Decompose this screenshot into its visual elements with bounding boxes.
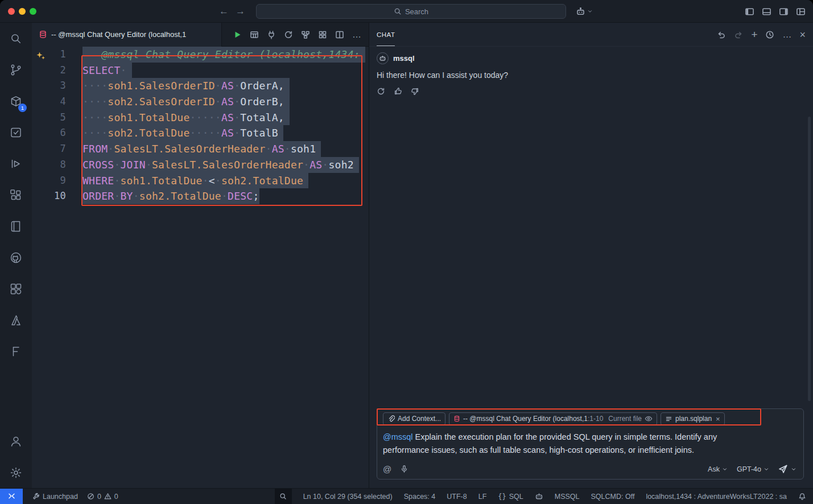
activity-badge: 1 (18, 104, 27, 112)
activity-containers[interactable]: 1 (0, 85, 32, 117)
new-chat-button[interactable]: + (751, 30, 757, 39)
send-button[interactable] (778, 464, 797, 474)
code-line[interactable]: 4····soh2.SalesOrderID·AS·OrderB, (32, 94, 369, 110)
results-grid-button[interactable] (247, 27, 262, 42)
code-line[interactable]: 2SELECT· (32, 63, 369, 79)
redo-icon[interactable] (734, 30, 743, 39)
thumbs-up-icon[interactable] (394, 87, 402, 96)
code-line[interactable]: 8CROSS·JOIN·SalesLT.SalesOrderHeader·AS·… (32, 157, 369, 173)
toggle-primary-sidebar-icon[interactable] (745, 7, 754, 16)
activity-accounts[interactable] (0, 425, 32, 457)
copilot-menu-button[interactable] (576, 5, 593, 18)
microphone-icon[interactable] (400, 465, 408, 473)
warning-icon (104, 493, 112, 500)
github-icon (9, 251, 23, 265)
remove-context-button[interactable]: × (716, 415, 720, 423)
chat-scrollbar[interactable] (808, 117, 811, 401)
chat-panel-title[interactable]: CHAT (377, 31, 395, 38)
code-line[interactable]: 7FROM·SalesLT.SalesOrderHeader·AS·soh1 (32, 141, 369, 157)
statusbar-language[interactable]: {}SQL (498, 493, 523, 501)
statusbar-eol[interactable]: LF (478, 493, 487, 501)
mention-button[interactable]: @ (383, 464, 391, 474)
chat-input-container[interactable]: Add Context... -- @mssql Chat Query Edit… (377, 408, 804, 480)
error-icon (87, 493, 94, 500)
send-icon (778, 464, 788, 474)
line-number: 8 (32, 157, 66, 173)
code-line[interactable]: 5····soh1.TotalDue·····AS·TotalA, (32, 110, 369, 126)
activity-extensions[interactable] (0, 179, 32, 210)
maximize-window-button[interactable] (30, 8, 36, 15)
eye-icon[interactable] (645, 415, 653, 423)
minimize-window-button[interactable] (19, 8, 26, 15)
copilot-sparkle-icon[interactable] (36, 51, 46, 60)
activity-tasks[interactable] (0, 117, 32, 148)
chevron-down-icon[interactable] (791, 466, 797, 472)
mssql-database-icon (453, 415, 460, 422)
statusbar-cursor-position[interactable]: Ln 10, Col 29 (354 selected) (303, 493, 393, 501)
code-line[interactable]: 9WHERE·soh1.TotalDue·<·soh2.TotalDue (32, 173, 369, 189)
remote-indicator[interactable] (0, 489, 23, 504)
code-line[interactable]: 6····soh2.TotalDue·····AS·TotalB (32, 125, 369, 141)
code-editor[interactable]: 1-- @mssql Chat Query Editor (localhost,… (32, 47, 369, 488)
mssql-mention[interactable]: @mssql (383, 432, 413, 441)
context-chip-current-file[interactable]: -- @mssql Chat Query Editor (localhost,1… (449, 412, 657, 425)
activity-components[interactable] (0, 273, 32, 304)
magnifier-icon (279, 493, 287, 500)
go-forward-button[interactable]: → (236, 6, 245, 17)
command-center-search[interactable]: Search (256, 4, 566, 19)
activity-database-projects[interactable] (0, 336, 32, 367)
activity-azure[interactable] (0, 304, 32, 336)
connect-button[interactable] (264, 27, 279, 42)
split-editor-button[interactable] (332, 27, 347, 42)
estimated-plan-button[interactable] (298, 27, 313, 42)
close-chat-button[interactable]: × (799, 30, 806, 39)
azure-icon (9, 313, 23, 327)
chat-input-text[interactable]: @mssql Explain the execution plan for th… (383, 431, 765, 457)
query-plan-button[interactable] (315, 27, 330, 42)
tab-query-editor[interactable]: -- @mssql Chat Query Editor (localhost,1 (32, 23, 222, 47)
chat-history-icon[interactable] (765, 30, 774, 39)
toggle-panel-icon[interactable] (762, 7, 771, 16)
line-number: 9 (32, 173, 66, 189)
statusbar-encoding[interactable]: UTF-8 (447, 493, 467, 501)
mode-selector[interactable]: Ask (708, 465, 728, 473)
code-line[interactable]: 3····soh1.SalesOrderID·AS·OrderA, (32, 78, 369, 94)
notifications-bell[interactable] (798, 493, 806, 501)
statusbar-connection[interactable]: localhost,1434 : AdventureWorksLT2022 : … (646, 493, 787, 501)
activity-run-debug[interactable] (0, 148, 32, 179)
model-selector[interactable]: GPT-4o (737, 465, 769, 473)
activity-search[interactable] (0, 23, 32, 54)
activity-github[interactable] (0, 242, 32, 273)
activity-notebook[interactable] (0, 210, 32, 242)
run-query-button[interactable] (230, 27, 245, 42)
line-number: 6 (32, 125, 66, 141)
statusbar-copilot[interactable] (535, 492, 543, 501)
statusbar-sqlcmd[interactable]: SQLCMD: Off (591, 493, 635, 501)
regenerate-icon[interactable] (377, 87, 385, 96)
chat-message-list: mssql Hi there! How can I assist you tod… (369, 47, 813, 100)
chat-submit-controls: Ask GPT-4o (708, 464, 797, 474)
editor-tab-bar: -- @mssql Chat Query Editor (localhost,1… (32, 23, 369, 47)
statusbar-mssql-profile[interactable]: MSSQL (555, 493, 580, 501)
go-back-button[interactable]: ← (219, 6, 229, 17)
activity-source-control[interactable] (0, 54, 32, 85)
activity-settings[interactable] (0, 457, 32, 488)
context-chip-plan-file[interactable]: plan.sqlplan × (661, 412, 725, 425)
statusbar-indentation[interactable]: Spaces: 4 (404, 493, 436, 501)
thumbs-down-icon[interactable] (411, 87, 419, 96)
customize-layout-icon[interactable] (796, 7, 806, 16)
editor-more-actions-button[interactable]: … (349, 27, 364, 42)
chat-more-actions-button[interactable]: … (782, 30, 791, 40)
zoom-indicator (275, 489, 292, 504)
code-line[interactable]: 10ORDER·BY·soh2.TotalDue·DESC; (32, 188, 369, 204)
change-connection-button[interactable] (281, 27, 296, 42)
undo-icon[interactable] (717, 30, 726, 39)
code-line[interactable]: 1-- @mssql Chat Query Editor (localhost,… (32, 47, 369, 63)
statusbar-launchpad[interactable]: Launchpad (32, 493, 78, 501)
line-number: 4 (32, 94, 66, 110)
history-navigation: ← → (219, 0, 245, 23)
close-window-button[interactable] (8, 8, 15, 15)
statusbar-problems[interactable]: 0 0 (87, 493, 118, 501)
toggle-secondary-sidebar-icon[interactable] (779, 7, 789, 16)
add-context-button[interactable]: Add Context... (383, 412, 445, 425)
